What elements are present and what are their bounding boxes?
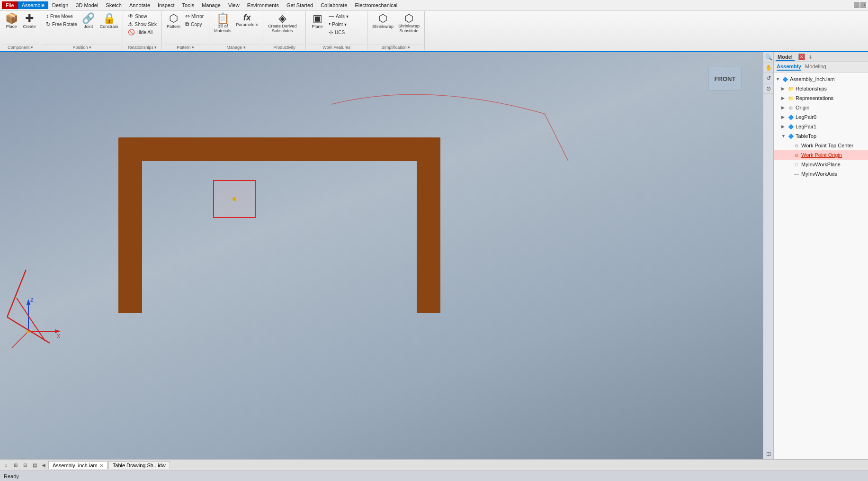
tree-label-representations: Representations [796,95,833,101]
status-bar: Ready [0,471,868,481]
copy-button[interactable]: ⧉ Copy [183,20,206,28]
relationships-group-label[interactable]: Relationships ▾ [125,44,160,50]
parameters-button[interactable]: fx Parameters [234,12,260,28]
ucs-icon: ⊹ [329,29,333,36]
red-diagonal-line [7,270,73,345]
tab-assembly-close[interactable]: ✕ [99,463,103,468]
tree-item-workpoint-origin[interactable]: ▶ ⊙ Work Point Origin [774,150,868,160]
hide-all-button[interactable]: 🚫 Hide All [126,28,159,36]
menu-view[interactable]: View [224,1,243,9]
folder-icon: 📁 [787,85,795,92]
tab-assembly[interactable]: Assembly [777,64,801,71]
workpoint-icon-origin: ⊙ [793,151,800,159]
ribbon-group-workfeatures: ▣ Plane — Axis ▾ • Point ▾ ⊹ UCS [306,11,367,50]
svg-marker-4 [55,329,61,333]
svg-line-9 [7,270,26,317]
tree-item-relationships[interactable]: ▶ 📁 Relationships [774,84,868,93]
menu-assemble[interactable]: Assemble [18,1,48,9]
joint-button[interactable]: 🔗 Joint [80,12,97,30]
panel-header: Model ✕ + [774,52,868,62]
win-minimize-small[interactable]: _ [854,2,859,8]
tree-expand-root[interactable]: ▼ [776,77,781,82]
tree-expand-legpair1[interactable]: ▶ [781,124,787,129]
plane-button[interactable]: ▣ Plane [309,12,326,30]
selection-box [213,180,256,218]
menu-tools[interactable]: Tools [179,1,198,9]
pattern-group-label[interactable]: Pattern ▾ [164,44,207,50]
tree-expand-tabletop[interactable]: ▼ [781,134,787,138]
assembly-icon: 🔷 [781,75,789,83]
vtool-fit[interactable]: ⊡ [763,449,774,459]
create-button[interactable]: ✚ Create [21,12,38,30]
table-leg-right [417,161,440,313]
pattern-button[interactable]: ⬡ Pattern [165,12,182,30]
tree-item-myinvworkplane[interactable]: ▶ □ MyInvWorkPlane [774,160,868,169]
menu-inspect[interactable]: Inspect [154,1,178,9]
menu-file[interactable]: File [2,1,18,9]
tree-item-tabletop[interactable]: ▼ 🔷 TableTop [774,131,868,141]
tree-item-legpair1[interactable]: ▶ 🔷 LegPair1 [774,122,868,131]
tab-scroll-left[interactable]: ◀ [40,462,47,469]
view-cube[interactable]: FRONT [708,67,742,91]
ucs-button[interactable]: ⊹ UCS [327,28,350,36]
menu-collaborate[interactable]: Collaborate [317,1,351,9]
create-derived-button[interactable]: ◈ Create DerivedSubstitutes [266,12,299,35]
tree-root[interactable]: ▼ 🔷 Assembly_inch.iam [774,74,868,84]
menu-manage[interactable]: Manage [198,1,224,9]
free-rotate-button[interactable]: ↻ Free Rotate [44,20,79,28]
shrinkwrap-button[interactable]: ⬡ Shrinkwrap [370,12,395,30]
tree-item-myinvworkaxis[interactable]: ▶ — MyInvWorkAxis [774,169,868,179]
show-sick-button[interactable]: ⚠ Show Sick [126,20,159,28]
tree-label-tabletop: TableTop [796,133,816,139]
win-restore-small[interactable]: □ [860,2,866,8]
constrain-button[interactable]: 🔒 Constrain [98,12,120,30]
tree-expand-legpair0[interactable]: ▶ [781,115,787,119]
shrinkwrap-sub-button[interactable]: ⬡ ShrinkwrapSubstitute [396,12,421,35]
panel-tab-model[interactable]: Model [776,54,795,61]
tab-icon-split[interactable]: ⊟ [21,461,29,470]
vtool-zoom[interactable]: 🔍 [763,52,774,63]
menu-design[interactable]: Design [48,1,72,9]
place-button[interactable]: 📦 Place [3,12,20,30]
viewport[interactable]: FRONT Z X [0,52,763,459]
tab-icon-layout[interactable]: ▤ [30,461,39,470]
tree-expand-representations[interactable]: ▶ [781,96,787,100]
menu-environments[interactable]: Environments [243,1,283,9]
tab-icon-home[interactable]: ⌂ [2,461,10,470]
point-button[interactable]: • Point ▾ [327,20,350,28]
tab-icon-grid[interactable]: ⊞ [11,461,20,470]
tab-drawing-label: Table Drawing Sh...idw [113,463,166,468]
tab-modeling[interactable]: Modeling [805,64,826,71]
tab-assembly-inch[interactable]: Assembly_inch.iam ✕ [48,461,107,469]
vtool-pan[interactable]: ✋ [763,63,774,73]
menu-sketch[interactable]: Sketch [102,1,125,9]
svg-line-10 [7,317,50,343]
panel-add-button[interactable]: + [809,53,813,61]
menu-3dmodel[interactable]: 3D Model [72,1,102,9]
free-move-button[interactable]: ↕ Free Move [44,12,79,20]
menu-annotate[interactable]: Annotate [125,1,154,9]
tree-expand-relationships[interactable]: ▶ [781,86,787,91]
ribbon-group-component: 📦 Place ✚ Create Component ▾ [0,11,41,50]
tree-item-origin[interactable]: ▶ ⊕ Origin [774,103,868,112]
vtool-lookat[interactable]: ⊙ [763,83,774,94]
tree-item-workpoint-topcenter[interactable]: ▶ ⊙ Work Point Top Center [774,141,868,150]
manage-group-label[interactable]: Manage ▾ [211,44,261,50]
simplification-group-label[interactable]: Simplification ▾ [369,44,422,50]
mirror-button[interactable]: ⇔ Mirror [183,12,206,20]
tree-expand-origin[interactable]: ▶ [781,105,787,110]
menu-getstarted[interactable]: Get Started [283,1,317,9]
position-group-label[interactable]: Position ▾ [43,44,121,50]
vtool-orbit[interactable]: ↺ [763,73,774,83]
tab-table-drawing[interactable]: Table Drawing Sh...idw [108,461,170,469]
axis-button[interactable]: — Axis ▾ [327,12,350,20]
show-icon: 👁 [128,13,134,19]
bom-button[interactable]: 📋 Bill ofMaterials [212,12,233,35]
menu-electromechanical[interactable]: Electromechanical [351,1,401,9]
tree-item-representations[interactable]: ▶ 📁 Representations [774,93,868,103]
show-button[interactable]: 👁 Show [126,12,159,20]
panel-close-button[interactable]: ✕ [798,54,805,60]
component-group-label[interactable]: Component ▾ [2,44,39,50]
tree-item-legpair0[interactable]: ▶ 🔷 LegPair0 [774,112,868,122]
tree-label-relationships: Relationships [796,86,827,91]
